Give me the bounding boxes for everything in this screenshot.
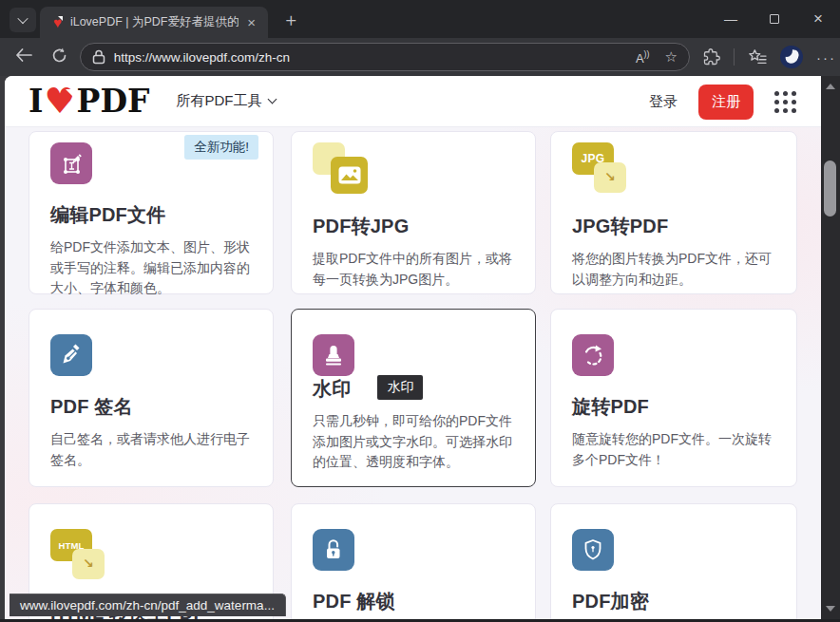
pdf-to-jpg-icon: ↘ [313,142,368,196]
refresh-icon [51,47,67,64]
card-rotate-pdf[interactable]: 旋转PDF 随意旋转您的PDF文件。一次旋转多个PDF文件！ [550,309,797,487]
card-watermark[interactable]: 水印 水印 只需几秒钟，即可给你的PDF文件添加图片或文字水印。可选择水印的位置… [291,309,536,487]
maximize-icon [770,14,779,24]
scroll-up-icon[interactable] [826,84,835,89]
back-arrow-icon [15,48,32,62]
extensions-puzzle-button[interactable] [703,48,720,66]
rotate-pdf-icon [572,334,614,376]
login-link[interactable]: 登录 [649,93,678,111]
card-title: JPG转PDF [572,214,775,239]
card-desc: 随意旋转您的PDF文件。一次旋转多个PDF文件！ [572,429,775,470]
maximize-button[interactable] [753,0,796,38]
window-controls: — × [709,0,840,38]
unlock-pdf-icon [313,529,354,571]
card-pdf-to-jpg[interactable]: ↘ PDF转JPG 提取PDF文件中的所有图片，或将每一页转换为JPG图片。 [291,131,536,294]
scrollbar-thumb[interactable] [824,160,836,217]
card-title: 编辑PDF文件 [50,202,252,228]
browser-toolbar: https://www.ilovepdf.com/zh-cn A)) ☆ ··· [0,38,840,76]
card-title: PDF转JPG [313,214,514,239]
header-right: 登录 注册 [649,76,796,127]
watermark-icon [313,334,354,376]
logo-heart-icon: ♥ [44,85,75,117]
card-title: 水印 [313,376,351,402]
register-button[interactable]: 注册 [698,85,754,120]
active-tab[interactable]: ♥ iLovePDF | 为PDF爱好者提供的PDF × [40,7,268,38]
scroll-down-icon[interactable] [826,606,835,612]
watermark-tooltip: 水印 [377,375,423,400]
nav-all-pdf-tools[interactable]: 所有PDF工具 [176,92,276,110]
site-header: I♥PDF 所有PDF工具 登录 注册 [5,76,821,127]
protect-pdf-icon [572,529,614,571]
favorite-star-button[interactable]: ☆ [665,48,678,66]
card-desc: 提取PDF文件中的所有图片，或将每一页转换为JPG图片。 [313,249,514,290]
ilovepdf-logo[interactable]: I♥PDF [29,83,149,120]
browser-menu-button[interactable]: ··· [816,49,836,66]
lock-icon [92,49,105,65]
card-jpg-to-pdf[interactable]: JPG ↘ JPG转PDF 将您的图片转换为PDF文件，还可以调整方向和边距。 [550,131,797,294]
scrollbar[interactable] [821,76,840,619]
collections-button[interactable] [748,48,767,66]
card-desc: 给PDF文件添加文本、图片、形状或手写的注释。编辑已添加内容的大小、字体和颜色。 [50,237,252,299]
card-desc: 自己签名，或者请求他人进行电子签名。 [50,429,252,470]
card-unlock-pdf[interactable]: PDF 解锁 [291,503,536,619]
profile-avatar[interactable] [780,46,803,68]
edit-pdf-icon [50,142,92,184]
sign-pdf-icon [50,334,92,376]
refresh-button[interactable] [48,47,72,67]
card-desc: 将您的图片转换为PDF文件，还可以调整方向和边距。 [572,249,775,290]
chevron-down-icon [268,95,277,104]
apps-grid-icon[interactable] [774,91,796,113]
browser-window: ♥ iLovePDF | 为PDF爱好者提供的PDF × ＋ — × https… [0,0,840,622]
nav-menu-label: 所有PDF工具 [176,92,261,110]
tab-close-icon[interactable]: × [244,14,258,30]
status-bar-url: www.ilovepdf.com/zh-cn/pdf_add_waterma..… [10,594,286,616]
toolbar-divider [734,48,735,66]
ilovepdf-favicon-heart-icon: ♥ [53,15,62,29]
html-to-pdf-icon: HTML ↘ [50,529,105,582]
card-title: PDF 解锁 [313,589,514,614]
card-protect-pdf[interactable]: PDF加密 [550,503,797,619]
logo-pdf: PDF [77,83,150,120]
read-aloud-button[interactable]: A)) [636,49,650,66]
chevron-down-icon [17,13,28,24]
card-title: PDF 签名 [50,394,252,420]
tab-title: iLovePDF | 为PDF爱好者提供的PDF [70,14,239,30]
jpg-to-pdf-icon: JPG ↘ [572,142,627,196]
card-sign-pdf[interactable]: PDF 签名 自己签名，或者请求他人进行电子签名。 [29,309,274,487]
new-feature-badge: 全新功能! [184,135,258,160]
page-content: I♥PDF 所有PDF工具 登录 注册 全新功能! 编辑PDF文件 给PDF文件… [5,76,821,619]
card-title: 旋转PDF [572,394,775,420]
close-window-button[interactable]: × [796,0,840,38]
address-bar-actions: A)) ☆ [636,48,678,66]
address-bar[interactable]: https://www.ilovepdf.com/zh-cn A)) ☆ [80,43,690,71]
card-edit-pdf[interactable]: 全新功能! 编辑PDF文件 给PDF文件添加文本、图片、形状或手写的注释。编辑已… [29,131,274,294]
minimize-button[interactable]: — [709,0,753,38]
toolbar-right: ··· [703,46,840,68]
card-desc: 只需几秒钟，即可给你的PDF文件添加图片或文字水印。可选择水印的位置、透明度和字… [313,411,514,473]
url-text[interactable]: https://www.ilovepdf.com/zh-cn [114,50,636,65]
tab-search-button[interactable] [10,8,36,32]
logo-i: I [29,83,43,120]
tab-strip: ♥ iLovePDF | 为PDF爱好者提供的PDF × ＋ — × [0,0,840,38]
back-button[interactable] [11,48,36,66]
card-title: PDF加密 [572,589,775,614]
new-tab-button[interactable]: ＋ [277,9,304,31]
